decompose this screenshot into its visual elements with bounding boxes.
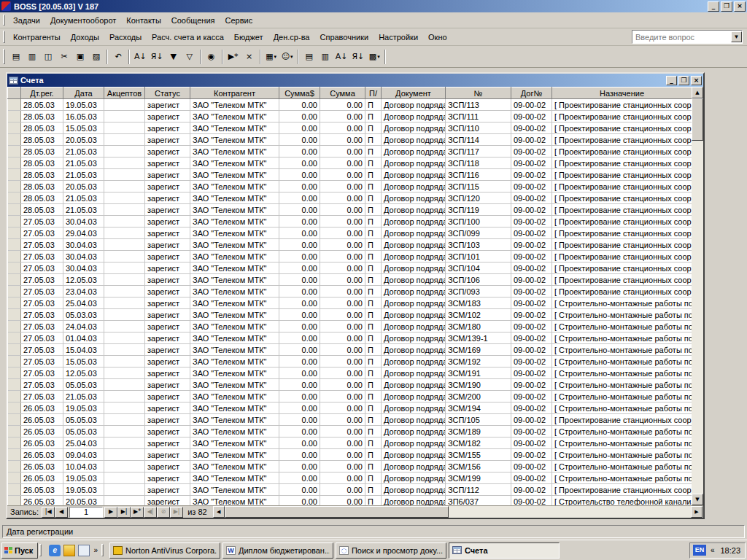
row-selector[interactable] (8, 158, 21, 169)
scroll-right-icon[interactable]: ▶ (691, 506, 703, 518)
row-selector[interactable] (8, 414, 21, 426)
cell[interactable]: 21.05.03 (63, 169, 104, 181)
menu-second-item-1[interactable]: Доходы (66, 31, 104, 44)
child-restore-button[interactable]: ❐ (678, 76, 689, 85)
cell[interactable]: [ Проектирование станционных соор (552, 169, 692, 181)
cell[interactable]: ЗАО "Телеком МТК" (190, 379, 279, 391)
cell[interactable] (104, 496, 145, 506)
restore-button[interactable]: ❐ (721, 1, 732, 12)
cell[interactable]: 0.00 (320, 449, 365, 461)
row-selector[interactable] (8, 344, 21, 356)
cell[interactable]: П (365, 402, 382, 414)
cell[interactable]: 09-00-02 (511, 146, 552, 158)
cell[interactable]: 19.05.03 (63, 99, 104, 111)
cell[interactable] (104, 181, 145, 192)
row-selector[interactable] (8, 472, 21, 484)
toolbar-grip[interactable] (3, 49, 5, 63)
row-selector[interactable] (8, 368, 21, 379)
filter-last-button[interactable]: ▶| (170, 507, 183, 518)
table-row[interactable]: 28.05.0316.05.03зарегистЗАО "Телеком МТК… (8, 111, 692, 122)
cell[interactable]: 0.00 (279, 368, 320, 379)
cell[interactable]: П (365, 391, 382, 402)
cell[interactable]: 27.05.03 (21, 239, 63, 251)
copy-button[interactable]: ▣ (72, 49, 88, 65)
menu-second-item-3[interactable]: Расч. счета и касса (147, 31, 229, 44)
cell[interactable]: ЗАО "Телеком МТК" (190, 309, 279, 321)
cell[interactable]: 20.05.03 (63, 134, 104, 146)
cell[interactable]: 09-00-02 (511, 414, 552, 426)
taskbar-task-3[interactable]: Счета (449, 542, 560, 559)
cell[interactable]: 26.05.03 (21, 484, 63, 496)
undo-button[interactable]: ↶ (110, 49, 126, 65)
cell[interactable]: ЗАО "Телеком МТК" (190, 286, 279, 298)
horizontal-scroll-track[interactable] (225, 506, 691, 518)
cell[interactable]: 09-00-02 (511, 111, 552, 122)
cell[interactable]: ЗСП/099 (446, 228, 511, 239)
menu-top-item-1[interactable]: Документооборот (45, 14, 121, 27)
taskbar-task-0[interactable]: Norton AntiVirus Corpora... (109, 542, 220, 559)
cell[interactable]: 10.04.03 (63, 461, 104, 472)
cell[interactable]: 27.05.03 (21, 228, 63, 239)
cell[interactable]: ЗАО "Телеком МТК" (190, 216, 279, 228)
table-row[interactable]: 26.05.0325.04.03зарегистЗАО "Телеком МТК… (8, 438, 692, 449)
cell[interactable]: П (365, 262, 382, 274)
cell[interactable]: 09-00-02 (511, 239, 552, 251)
cell[interactable]: 27.05.03 (21, 216, 63, 228)
cell[interactable]: ЗСП/106 (446, 274, 511, 286)
cell[interactable]: 09-00-02 (511, 402, 552, 414)
cell[interactable]: 0.00 (320, 239, 365, 251)
table-row[interactable]: 27.05.0324.04.03зарегистЗАО "Телеком МТК… (8, 321, 692, 332)
cell[interactable]: 15.05.03 (63, 122, 104, 134)
cell[interactable]: [ Проектирование станционных соор (552, 192, 692, 204)
cell[interactable]: П (365, 298, 382, 309)
cell[interactable]: ЗАО "Телеком МТК" (190, 484, 279, 496)
cell[interactable]: [ Проектирование станционных соор (552, 122, 692, 134)
cell[interactable]: 0.00 (320, 298, 365, 309)
cell[interactable]: ЗСП/111 (446, 111, 511, 122)
cell[interactable]: 0.00 (279, 286, 320, 298)
cell[interactable]: [ Проектирование станционных соор (552, 216, 692, 228)
row-selector[interactable] (8, 204, 21, 216)
cell[interactable]: ЗСП/116 (446, 169, 511, 181)
cell[interactable]: 0.00 (320, 356, 365, 368)
cell[interactable]: 09-00-02 (511, 309, 552, 321)
cell[interactable]: 24.04.03 (63, 321, 104, 332)
cell[interactable]: Договор подряда (382, 122, 446, 134)
row-selector[interactable] (8, 332, 21, 344)
cell[interactable]: Договор подряда (382, 274, 446, 286)
cell[interactable]: ЗСМ/156 (446, 461, 511, 472)
cell[interactable]: зарегист (145, 146, 190, 158)
cell[interactable]: П (365, 414, 382, 426)
cell[interactable]: 29.04.03 (63, 228, 104, 239)
row-selector[interactable] (8, 426, 21, 438)
cell[interactable]: 09-00-02 (511, 484, 552, 496)
cell[interactable]: Договор подряда (382, 449, 446, 461)
cell[interactable]: 21.05.03 (63, 391, 104, 402)
cell[interactable]: 09-00-02 (511, 461, 552, 472)
cell[interactable]: 09.04.03 (63, 449, 104, 461)
table-row[interactable]: 28.05.0321.05.03зарегистЗАО "Телеком МТК… (8, 158, 692, 169)
cell[interactable]: 09-00-02 (511, 449, 552, 461)
cell[interactable]: 16.05.03 (63, 111, 104, 122)
cell[interactable]: ЗСМ/190 (446, 379, 511, 391)
cell[interactable]: 27.05.03 (21, 298, 63, 309)
row-selector[interactable] (8, 449, 21, 461)
question-combobox[interactable]: Введите вопрос ▼ (632, 30, 743, 44)
cell[interactable]: ЗАО "Телеком МТК" (190, 438, 279, 449)
cell[interactable]: 0.00 (320, 461, 365, 472)
cell[interactable]: 09-00-02 (511, 496, 552, 506)
cell[interactable]: 0.00 (279, 204, 320, 216)
column-header-6[interactable]: Сумма (320, 88, 365, 99)
cell[interactable]: П (365, 239, 382, 251)
cell[interactable]: 0.00 (279, 181, 320, 192)
cell[interactable]: зарегист (145, 169, 190, 181)
cell[interactable]: [ Строительно-монтажные работы по (552, 298, 692, 309)
cell[interactable]: 0.00 (279, 414, 320, 426)
table-row[interactable]: 27.05.0301.04.03зарегистЗАО "Телеком МТК… (8, 332, 692, 344)
cell[interactable]: зарегист (145, 228, 190, 239)
cell[interactable]: зарегист (145, 496, 190, 506)
quick-launch-overflow-chevron[interactable]: » (91, 546, 100, 554)
cell[interactable]: 0.00 (320, 216, 365, 228)
horizontal-scrollbar[interactable]: ◀ ▶ (213, 506, 703, 518)
cell[interactable]: 27.05.03 (21, 309, 63, 321)
